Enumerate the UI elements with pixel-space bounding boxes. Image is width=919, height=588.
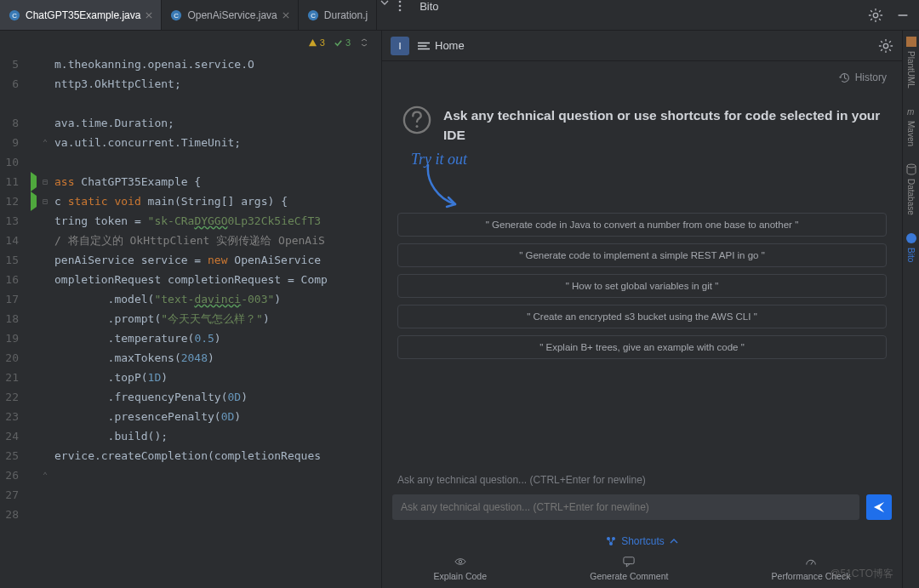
suggestion-item[interactable]: " How to set global variables in git " (397, 274, 887, 298)
fold-expand-icon[interactable]: ⊟ (43, 191, 54, 211)
suggestion-item[interactable]: " Generate code in Java to convert a num… (397, 213, 887, 237)
right-tool-strip: PlantUML m Maven Database Bito (902, 31, 919, 588)
comment-icon (623, 556, 635, 568)
code-text[interactable]: m.theokanning.openai.service.O nttp3.OkH… (54, 54, 381, 588)
svg-rect-18 (906, 37, 916, 47)
tab-bar: C ChatGPT35Example.java C OpenAiService.… (0, 0, 919, 31)
gear-icon[interactable] (868, 8, 883, 23)
history-button[interactable]: History (839, 71, 887, 83)
fold-collapse-icon[interactable]: ⌃ (43, 133, 54, 152)
svg-point-12 (415, 125, 418, 128)
watermark: @51CTO博客 (830, 567, 893, 581)
generate-comment-button[interactable]: Generate Comment (590, 556, 668, 581)
chevron-down-icon (380, 0, 389, 5)
toolwindow-database[interactable]: Database (905, 163, 917, 215)
arrow-icon (421, 163, 465, 209)
fold-expand-icon[interactable]: ⊟ (43, 172, 54, 191)
gauge-icon (805, 556, 817, 568)
inspection-widget[interactable]: 3 3 (0, 31, 381, 54)
tab-overflow-dropdown[interactable] (377, 0, 392, 30)
suggestion-item[interactable]: " Explain B+ trees, give an example with… (397, 335, 887, 359)
explain-code-button[interactable]: Explain Code (434, 556, 487, 581)
tab-duration[interactable]: C Duration.j (299, 0, 377, 30)
run-class-icon[interactable] (24, 172, 43, 191)
ok-indicator[interactable]: 3 (334, 37, 351, 48)
run-main-icon[interactable] (24, 191, 43, 211)
question-icon (402, 106, 431, 134)
chevron-up-icon (670, 539, 678, 544)
java-class-icon: C (9, 9, 20, 21)
try-it-out: Try it out (382, 151, 902, 213)
svg-point-7 (399, 5, 402, 8)
svg-text:C: C (174, 11, 180, 19)
prompt-area: Ask any technical question... (CTRL+Ente… (382, 469, 902, 528)
svg-text:m: m (907, 107, 914, 117)
svg-text:C: C (12, 11, 17, 19)
toolwindow-plantuml[interactable]: PlantUML (905, 36, 917, 88)
close-icon[interactable] (146, 12, 152, 19)
try-it-label: Try it out (411, 151, 467, 168)
close-icon[interactable] (283, 12, 289, 19)
check-icon (334, 38, 343, 48)
plantuml-icon (905, 36, 917, 48)
hero-text: Ask any technical question or use shortc… (443, 106, 882, 146)
shortcuts-icon (606, 536, 616, 546)
bito-icon (905, 232, 917, 244)
tab-openaiservice[interactable]: C OpenAiService.java (162, 0, 298, 30)
suggestion-list: " Generate code in Java to convert a num… (382, 213, 902, 359)
kebab-icon (398, 0, 402, 12)
menu-icon (418, 42, 430, 50)
tab-label: ChatGPT35Example.java (26, 9, 140, 21)
java-class-icon: C (307, 9, 319, 21)
svg-point-9 (873, 13, 877, 17)
tab-chatgpt35example[interactable]: C ChatGPT35Example.java (0, 0, 162, 30)
java-class-icon: C (170, 9, 182, 21)
tab-label: OpenAiService.java (187, 9, 277, 21)
editor-pane[interactable]: 3 3 568910111213141516171819202122232425… (0, 31, 382, 588)
suggestion-item[interactable]: " Create an encrypted s3 bucket using th… (397, 305, 887, 328)
fold-gutter: ⌃ ⊟ ⊟ ⌃ (43, 54, 54, 588)
svg-text:C: C (311, 11, 316, 19)
fold-collapse-icon[interactable]: ⌃ (43, 465, 54, 485)
svg-point-6 (399, 1, 402, 3)
hero-section: Ask any technical question or use shortc… (382, 83, 902, 151)
tab-actions-menu[interactable] (392, 0, 408, 30)
svg-point-10 (883, 43, 888, 48)
svg-rect-17 (624, 557, 634, 564)
warning-icon (308, 38, 317, 48)
svg-point-20 (907, 164, 916, 168)
svg-point-21 (906, 233, 916, 243)
home-button[interactable]: Home (418, 39, 465, 52)
gear-icon[interactable] (878, 38, 893, 54)
account-badge[interactable]: I (391, 37, 409, 55)
svg-point-8 (399, 9, 402, 12)
prompt-input[interactable] (392, 494, 859, 520)
database-icon (905, 163, 917, 175)
send-icon (873, 501, 885, 513)
history-icon (839, 72, 850, 83)
toolwindow-maven[interactable]: m Maven (905, 106, 917, 146)
chevron-updown-icon (361, 38, 368, 47)
warnings-indicator[interactable]: 3 (308, 37, 325, 48)
maven-icon: m (905, 106, 917, 117)
run-gutter (24, 54, 43, 588)
tab-label: Duration.j (324, 9, 368, 21)
svg-point-16 (459, 560, 462, 563)
shortcuts-toggle[interactable]: Shortcuts (382, 528, 902, 551)
bito-header: I Home (382, 31, 902, 61)
tools-row: Explain Code Generate Comment Performanc… (382, 551, 902, 588)
bito-panel: I Home History Ask any technical questio… (382, 31, 902, 588)
eye-icon (454, 556, 466, 568)
inspection-expand[interactable] (359, 38, 369, 47)
line-number-gutter: 5689101112131415161718192021222324252627… (0, 54, 24, 588)
minimize-icon[interactable] (895, 8, 910, 23)
send-button[interactable] (866, 494, 892, 520)
prompt-hint: Ask any technical question... (CTRL+Ente… (392, 469, 892, 494)
toolwindow-bito[interactable]: Bito (905, 232, 917, 262)
suggestion-item[interactable]: " Generate code to implement a simple RE… (397, 243, 887, 267)
bito-tab-title: Bito (408, 0, 438, 30)
